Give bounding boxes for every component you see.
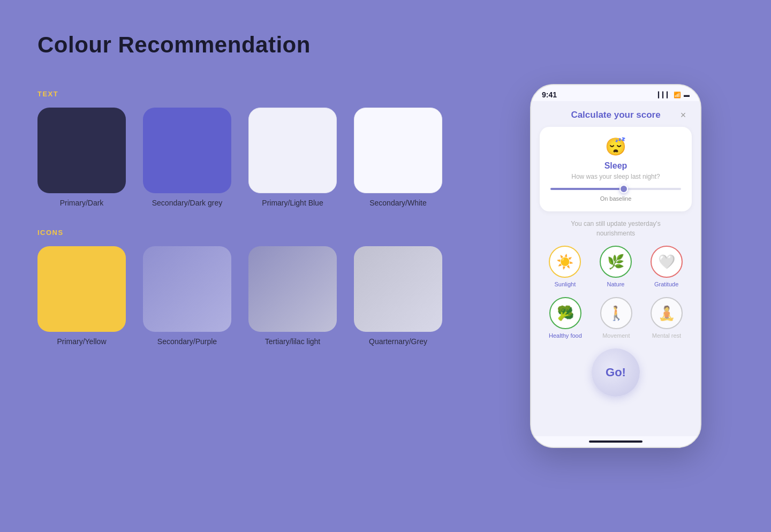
icon-item-healthy-food[interactable]: 🥦 Healthy food (549, 297, 582, 339)
phone-status-bar: 9:41 ▎▎▎ 📶 ▬ (531, 85, 700, 101)
icons-color-row: Primary/Yellow Secondary/Purple Tertiary… (37, 246, 423, 346)
phone-mockup: 9:41 ▎▎▎ 📶 ▬ Calculate your score × 😴 Sl… (530, 84, 701, 448)
go-button-container[interactable]: Go! (592, 348, 640, 397)
mental-rest-label: Mental rest (652, 332, 681, 339)
text-section: TEXT Primary/Dark Secondary/Dark grey Pr… (37, 90, 423, 207)
mental-rest-icon: 🧘 (658, 305, 675, 322)
nature-circle[interactable]: 🌿 (600, 246, 632, 278)
healthy-food-circle[interactable]: 🥦 (549, 297, 581, 329)
icons-section: ICONS Primary/Yellow Secondary/Purple Te… (37, 229, 423, 346)
slider-fill (550, 188, 626, 190)
icon-item-gratitude[interactable]: 🤍 Gratitude (651, 246, 683, 287)
swatch-quarternary-grey (354, 246, 442, 332)
label-primary-light-blue: Primary/Light Blue (262, 199, 323, 207)
phone-content[interactable]: Calculate your score × 😴 Sleep How was y… (531, 101, 700, 436)
icon-item-movement[interactable]: 🚶 Movement (600, 297, 632, 339)
go-section: Go! (540, 348, 692, 397)
healthy-food-icon: 🥦 (557, 305, 574, 322)
right-panel: 9:41 ▎▎▎ 📶 ▬ Calculate your score × 😴 Sl… (460, 0, 771, 532)
label-primary-yellow: Primary/Yellow (57, 337, 106, 346)
home-bar (589, 440, 642, 443)
sleep-baseline-label: On baseline (550, 195, 681, 202)
slider-thumb[interactable] (619, 185, 628, 193)
swatch-tertiary-lilac (248, 246, 337, 332)
go-button[interactable]: Go! (606, 366, 626, 379)
nourishment-section: You can still update yesterday'snourishm… (540, 219, 692, 238)
close-button[interactable]: × (677, 109, 690, 121)
swatch-primary-yellow (37, 246, 126, 332)
left-panel: Colour Recommendation TEXT Primary/Dark … (0, 0, 460, 532)
label-quarternary-grey: Quarternary/Grey (369, 337, 427, 346)
icons-grid-row2: 🥦 Healthy food 🚶 Movement 🧘 Mental rest (540, 297, 692, 339)
sleep-title: Sleep (550, 161, 681, 171)
battery-icon: ▬ (684, 92, 690, 98)
icons-grid-row1: ☀️ Sunlight 🌿 Nature 🤍 Gratitude (540, 246, 692, 287)
color-item-primary-yellow: Primary/Yellow (37, 246, 126, 346)
color-item-secondary-purple: Secondary/Purple (143, 246, 231, 346)
color-item-secondary-white: Secondary/White (354, 108, 442, 207)
icon-item-nature[interactable]: 🌿 Nature (600, 246, 632, 287)
page-title: Colour Recommendation (37, 32, 423, 58)
text-section-label: TEXT (37, 90, 423, 98)
sunlight-icon: ☀️ (556, 254, 573, 270)
sleep-card: 😴 Sleep How was your sleep last night? O… (540, 127, 692, 211)
movement-label: Movement (602, 332, 630, 339)
sleep-icon: 😴 (550, 136, 681, 157)
modal-title: Calculate your score (555, 110, 677, 120)
mental-rest-circle[interactable]: 🧘 (651, 297, 683, 329)
sleep-slider[interactable] (550, 188, 681, 190)
gratitude-icon: 🤍 (658, 254, 675, 270)
sleep-subtitle: How was your sleep last night? (550, 173, 681, 180)
healthy-food-label: Healthy food (549, 332, 582, 339)
modal-header: Calculate your score × (540, 101, 692, 127)
gratitude-circle[interactable]: 🤍 (651, 246, 683, 278)
status-icons: ▎▎▎ 📶 ▬ (658, 92, 690, 98)
nature-icon: 🌿 (607, 254, 624, 270)
sunlight-circle[interactable]: ☀️ (549, 246, 581, 278)
swatch-secondary-white (354, 108, 442, 193)
text-color-row: Primary/Dark Secondary/Dark grey Primary… (37, 108, 423, 207)
label-secondary-purple: Secondary/Purple (157, 337, 217, 346)
icons-section-label: ICONS (37, 229, 423, 237)
swatch-secondary-purple (143, 246, 231, 332)
movement-icon: 🚶 (608, 305, 625, 322)
color-item-primary-dark: Primary/Dark (37, 108, 126, 207)
color-item-primary-light-blue: Primary/Light Blue (248, 108, 337, 207)
label-secondary-white: Secondary/White (369, 199, 427, 207)
label-secondary-dark-grey: Secondary/Dark grey (152, 199, 223, 207)
icon-item-mental-rest[interactable]: 🧘 Mental rest (651, 297, 683, 339)
label-primary-dark: Primary/Dark (60, 199, 104, 207)
label-tertiary-lilac: Tertiary/lilac light (265, 337, 320, 346)
sunlight-label: Sunlight (554, 281, 576, 287)
wifi-icon: 📶 (674, 92, 681, 98)
signal-icon: ▎▎▎ (658, 92, 671, 98)
gratitude-label: Gratitude (654, 281, 678, 287)
swatch-primary-light-blue (248, 108, 337, 193)
swatch-secondary-dark-grey (143, 108, 231, 193)
nature-label: Nature (607, 281, 624, 287)
slider-track (550, 188, 681, 190)
movement-circle[interactable]: 🚶 (600, 297, 632, 329)
icon-item-sunlight[interactable]: ☀️ Sunlight (549, 246, 581, 287)
status-time: 9:41 (542, 90, 557, 99)
swatch-primary-dark (37, 108, 126, 193)
nourishment-text: You can still update yesterday'snourishm… (540, 219, 692, 238)
color-item-tertiary-lilac: Tertiary/lilac light (248, 246, 337, 346)
color-item-secondary-dark-grey: Secondary/Dark grey (143, 108, 231, 207)
phone-home-indicator (531, 436, 700, 447)
color-item-quarternary-grey: Quarternary/Grey (354, 246, 442, 346)
